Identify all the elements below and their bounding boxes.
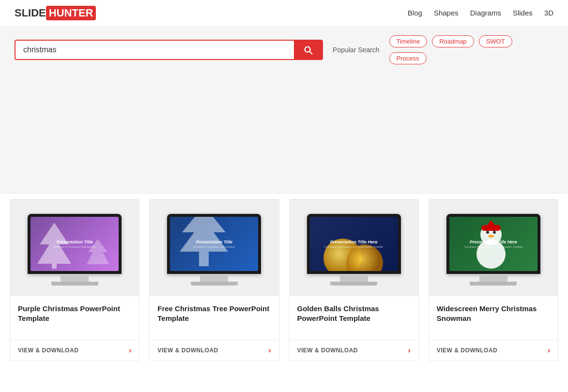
chevron-right-icon: › xyxy=(129,346,131,355)
slide-subtitle-golden-balls: Company Information or Presentation Subt… xyxy=(324,245,383,248)
site-header: SLIDE HUNTER BlogShapesDiagramsSlides3D xyxy=(0,0,568,27)
slide-subtitle-free-christmas-tree: Subtitle or Company Information xyxy=(193,245,235,248)
card-footer-golden-balls[interactable]: VIEW & DOWNLOAD › xyxy=(290,340,418,361)
popular-tag-timeline[interactable]: Timeline xyxy=(389,35,428,47)
popular-tag-swot[interactable]: SWOT xyxy=(479,35,512,47)
monitor-neck xyxy=(479,274,507,282)
download-link-widescreen-snowman[interactable]: VIEW & DOWNLOAD xyxy=(437,347,498,354)
slide-title-purple-christmas: Presentation Title xyxy=(56,240,92,244)
logo-hunter-text: HUNTER xyxy=(46,6,96,20)
card-image-free-christmas-tree: Presentation Title Subtitle or Company I… xyxy=(150,199,278,296)
monitor-screen-golden-balls: Presentation Title Here Company Informat… xyxy=(310,217,398,271)
card-title-free-christmas-tree: Free Christmas Tree PowerPoint Template xyxy=(157,304,271,324)
popular-search-label: Popular Search xyxy=(333,46,380,54)
slide-subtitle-purple-christmas: AddLine or Company Information xyxy=(53,245,96,248)
monitor-outer: Presentation Title Subtitle or Company I… xyxy=(167,214,261,274)
nav-link-shapes[interactable]: Shapes xyxy=(434,9,459,17)
popular-tag-roadmap[interactable]: Roadmap xyxy=(432,35,474,47)
main-nav: BlogShapesDiagramsSlides3D xyxy=(408,9,553,17)
monitor-screen-free-christmas-tree: Presentation Title Subtitle or Company I… xyxy=(170,217,258,271)
monitor-stand xyxy=(167,274,261,286)
card-body-purple-christmas: Purple Christmas PowerPoint Template xyxy=(10,296,139,340)
download-link-golden-balls[interactable]: VIEW & DOWNLOAD xyxy=(297,347,358,354)
card-body-free-christmas-tree: Free Christmas Tree PowerPoint Template xyxy=(150,296,278,340)
card-widescreen-snowman[interactable]: Presentation Title Here Company Informat… xyxy=(429,199,558,361)
monitor-neck xyxy=(61,274,89,282)
download-link-purple-christmas[interactable]: VIEW & DOWNLOAD xyxy=(18,347,79,354)
download-link-free-christmas-tree[interactable]: VIEW & DOWNLOAD xyxy=(157,347,218,354)
card-title-widescreen-snowman: Widescreen Merry Christmas Snowman xyxy=(437,304,550,324)
slide-subtitle-widescreen-snowman: Company Information or Presentation Subt… xyxy=(464,245,522,248)
card-body-widescreen-snowman: Widescreen Merry Christmas Snowman xyxy=(429,296,558,340)
slide-title-widescreen-snowman: Presentation Title Here xyxy=(470,240,517,244)
slide-title-golden-balls: Presentation Title Here xyxy=(330,240,378,244)
monitor-base xyxy=(470,282,517,286)
card-golden-balls[interactable]: Presentation Title Here Company Informat… xyxy=(289,199,419,361)
nav-link-blog[interactable]: Blog xyxy=(408,9,422,17)
monitor-screen-widescreen-snowman: Presentation Title Here Company Informat… xyxy=(449,217,537,271)
search-button[interactable] xyxy=(294,41,322,59)
monitor-outer: Presentation Title Here Company Informat… xyxy=(307,214,401,274)
search-form xyxy=(15,40,323,60)
nav-link-3d[interactable]: 3D xyxy=(544,9,553,17)
monitor-base xyxy=(51,282,98,286)
monitor-stand xyxy=(446,274,540,286)
card-title-golden-balls: Golden Balls Christmas PowerPoint Templa… xyxy=(297,304,411,324)
ad-banner xyxy=(0,73,568,194)
monitor-screen-purple-christmas: Presentation Title AddLine or Company In… xyxy=(31,217,119,271)
search-input[interactable] xyxy=(15,41,294,59)
monitor-neck xyxy=(200,274,228,282)
monitor-base xyxy=(330,282,377,286)
card-image-golden-balls: Presentation Title Here Company Informat… xyxy=(290,199,418,296)
card-image-purple-christmas: Presentation Title AddLine or Company In… xyxy=(10,199,139,296)
slide-title-free-christmas-tree: Presentation Title xyxy=(196,240,232,244)
search-icon xyxy=(303,45,313,55)
search-bar-section: Popular Search TimelineRoadmapSWOTProces… xyxy=(0,27,568,73)
monitor-stand xyxy=(28,274,122,286)
cards-grid: Presentation Title AddLine or Company In… xyxy=(0,194,568,366)
popular-tag-process[interactable]: Process xyxy=(389,52,427,64)
popular-tags: TimelineRoadmapSWOTProcess xyxy=(389,35,553,64)
monitor-base xyxy=(191,282,238,286)
card-title-purple-christmas: Purple Christmas PowerPoint Template xyxy=(18,304,131,324)
card-body-golden-balls: Golden Balls Christmas PowerPoint Templa… xyxy=(290,296,418,340)
chevron-right-icon: › xyxy=(408,346,410,355)
monitor-outer: Presentation Title Here Company Informat… xyxy=(446,214,540,274)
card-image-widescreen-snowman: Presentation Title Here Company Informat… xyxy=(429,199,558,296)
card-footer-widescreen-snowman[interactable]: VIEW & DOWNLOAD › xyxy=(429,340,558,361)
monitor-stand xyxy=(307,274,401,286)
chevron-right-icon: › xyxy=(268,346,271,355)
nav-link-diagrams[interactable]: Diagrams xyxy=(470,9,501,17)
card-footer-free-christmas-tree[interactable]: VIEW & DOWNLOAD › xyxy=(150,340,278,361)
card-footer-purple-christmas[interactable]: VIEW & DOWNLOAD › xyxy=(10,340,139,361)
monitor-neck xyxy=(340,274,368,282)
site-logo[interactable]: SLIDE HUNTER xyxy=(15,6,96,20)
card-purple-christmas[interactable]: Presentation Title AddLine or Company In… xyxy=(10,199,139,361)
logo-slide-text: SLIDE xyxy=(15,7,46,19)
card-free-christmas-tree[interactable]: Presentation Title Subtitle or Company I… xyxy=(149,199,279,361)
monitor-outer: Presentation Title AddLine or Company In… xyxy=(28,214,122,274)
chevron-right-icon: › xyxy=(548,346,550,355)
nav-link-slides[interactable]: Slides xyxy=(513,9,533,17)
